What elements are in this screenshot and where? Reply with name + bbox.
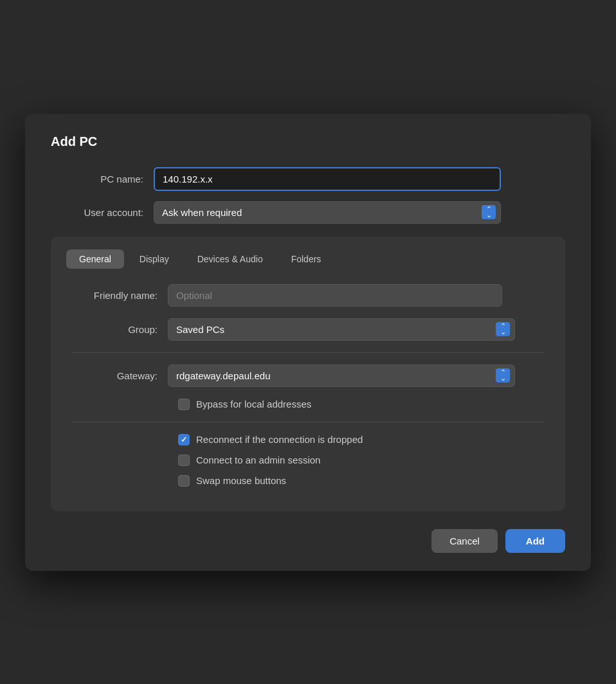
tab-general[interactable]: General <box>66 249 124 269</box>
add-button[interactable]: Add <box>505 529 565 553</box>
tab-devices-audio[interactable]: Devices & Audio <box>185 249 276 269</box>
add-pc-dialog: Add PC PC name: User account: Ask when r… <box>25 114 591 571</box>
reconnect-label: Reconnect if the connection is dropped <box>196 434 363 445</box>
gateway-select[interactable]: rdgateway.depaul.edu No Gateway Add Gate… <box>168 364 515 387</box>
group-wrapper: Saved PCs Default Work Personal <box>168 318 515 341</box>
bypass-row: Bypass for local addresses <box>71 399 545 410</box>
reconnect-row: Reconnect if the connection is dropped <box>71 434 545 446</box>
dialog-title: Add PC <box>51 134 565 149</box>
friendly-name-label: Friendly name: <box>71 290 168 301</box>
group-row: Group: Saved PCs Default Work Personal <box>71 318 545 341</box>
gateway-wrapper: rdgateway.depaul.edu No Gateway Add Gate… <box>168 364 515 387</box>
tabs-container: General Display Devices & Audio Folders … <box>51 237 565 511</box>
gateway-label: Gateway: <box>71 370 168 381</box>
swap-mouse-label: Swap mouse buttons <box>196 475 286 486</box>
admin-session-row: Connect to an admin session <box>71 455 545 466</box>
gateway-row: Gateway: rdgateway.depaul.edu No Gateway… <box>71 364 545 387</box>
cancel-button[interactable]: Cancel <box>431 529 498 553</box>
user-account-select[interactable]: Ask when required Add User Account... <box>154 201 501 224</box>
pc-name-row: PC name: <box>51 167 565 191</box>
tabs-row: General Display Devices & Audio Folders <box>66 249 550 269</box>
swap-mouse-row: Swap mouse buttons <box>71 475 545 487</box>
admin-session-label: Connect to an admin session <box>196 455 320 465</box>
divider-2 <box>71 422 545 422</box>
bypass-checkbox[interactable] <box>178 399 190 410</box>
tab-display[interactable]: Display <box>127 249 182 269</box>
pc-name-label: PC name: <box>51 174 154 184</box>
bottom-buttons: Cancel Add <box>51 529 565 553</box>
admin-session-checkbox[interactable] <box>178 455 190 466</box>
swap-mouse-checkbox[interactable] <box>178 475 190 487</box>
divider-1 <box>71 352 545 353</box>
user-account-wrapper: Ask when required Add User Account... <box>154 201 501 224</box>
friendly-name-input[interactable] <box>168 284 502 307</box>
reconnect-checkbox[interactable] <box>178 434 190 446</box>
friendly-name-row: Friendly name: <box>71 284 545 307</box>
pc-name-input[interactable] <box>154 167 501 191</box>
group-label: Group: <box>71 324 168 335</box>
group-select[interactable]: Saved PCs Default Work Personal <box>168 318 515 341</box>
bypass-label: Bypass for local addresses <box>196 399 311 410</box>
user-account-label: User account: <box>51 207 154 218</box>
user-account-row: User account: Ask when required Add User… <box>51 201 565 224</box>
tab-content-general: Friendly name: Group: Saved PCs Default … <box>66 284 550 487</box>
tab-folders[interactable]: Folders <box>278 249 334 269</box>
